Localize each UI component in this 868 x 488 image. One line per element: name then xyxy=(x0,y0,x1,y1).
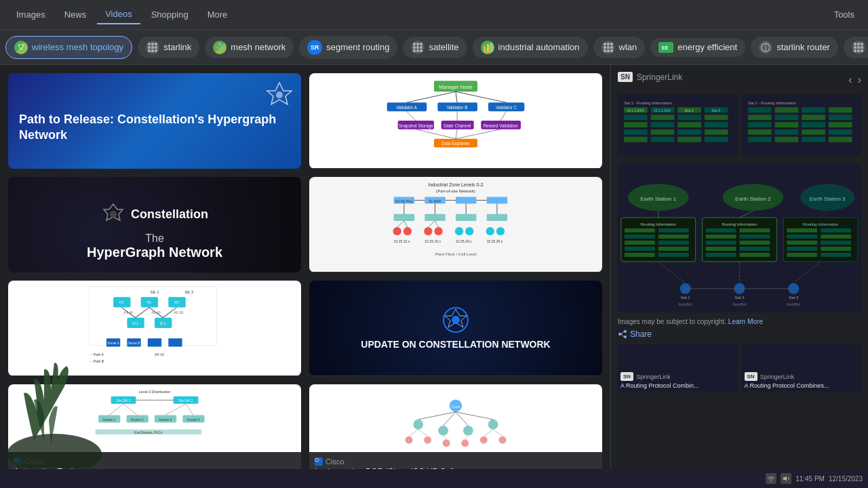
chip-wireless-mesh[interactable]: wireless mesh topology xyxy=(5,36,132,59)
chip-starlink[interactable]: starlink xyxy=(138,37,199,58)
svg-rect-213 xyxy=(658,228,689,232)
card-update-constellation[interactable]: UPDATE ON CONSTELLATION NETWORK ▶ YouTub… xyxy=(309,281,602,376)
svg-line-11 xyxy=(220,44,223,47)
learn-more-link[interactable]: Learn More xyxy=(728,318,763,325)
svg-point-74 xyxy=(496,227,505,235)
svg-text:Server B: Server B xyxy=(128,342,140,345)
svg-text:Sat 1 - Routing Information: Sat 1 - Routing Information xyxy=(624,101,672,105)
svg-rect-238 xyxy=(787,235,817,239)
svg-point-264 xyxy=(618,333,621,336)
svg-rect-226 xyxy=(706,235,736,239)
svg-text:Dist 2: Dist 2 xyxy=(685,109,694,113)
network-architecture-thumb: Manager Node Validator A Validator B Val… xyxy=(309,73,602,168)
svg-rect-108 xyxy=(148,338,161,346)
panel-nav-arrows: ‹ › xyxy=(848,74,861,86)
svg-rect-185 xyxy=(774,107,798,113)
springerlink-logo: SN xyxy=(618,72,633,82)
tab-news[interactable]: News xyxy=(56,5,95,24)
arrow-left[interactable]: ‹ xyxy=(848,74,852,86)
svg-point-67 xyxy=(393,227,401,235)
card-cisco-industrial[interactable]: Industrial Zone Levels 0-2 (Part-of-site… xyxy=(309,177,602,272)
svg-text:AS 40: AS 40 xyxy=(151,310,161,314)
bottom-thumb-2[interactable]: SN SpringerLink A Routing Protocol Combi… xyxy=(742,344,862,392)
svg-rect-13 xyxy=(487,44,489,52)
card-cisco-asr[interactable]: SE 1 SE 2 R1 R2 R3 SI 1 SI 2 xyxy=(8,281,301,376)
tab-videos[interactable]: Videos xyxy=(97,5,140,24)
svg-line-5 xyxy=(21,45,24,50)
chip-starlink-router-icon xyxy=(759,41,772,54)
svg-text:Sat 1 - Routing Information: Sat 1 - Routing Information xyxy=(747,101,795,105)
svg-rect-242 xyxy=(787,247,817,251)
arrow-right[interactable]: › xyxy=(858,74,861,86)
card-constellation-path[interactable]: Path to Release: Constellation's Hypergr… xyxy=(8,73,301,169)
svg-rect-169 xyxy=(677,115,701,120)
svg-rect-202 xyxy=(802,137,825,142)
tab-more[interactable]: More xyxy=(199,5,236,24)
svg-text:Server A: Server A xyxy=(107,342,119,345)
chip-mesh-network[interactable]: mesh network xyxy=(205,37,294,58)
svg-line-45 xyxy=(456,129,500,139)
svg-text:10.25.20.x: 10.25.20.x xyxy=(456,239,472,243)
svg-rect-194 xyxy=(802,122,825,127)
svg-rect-201 xyxy=(774,137,798,142)
svg-text:Dist 3: Dist 3 xyxy=(711,109,720,113)
bottom-thumb-1[interactable]: SN SpringerLink A Routing Protocol Combi… xyxy=(618,344,738,392)
chip-segment-routing[interactable]: SR segment routing xyxy=(299,36,397,59)
card-cisco-env2[interactable]: Level 3 Distribution Dist SW 1 Dist SW 2… xyxy=(8,384,301,480)
chip-industrial-icon xyxy=(481,41,494,54)
chip-starlink-router[interactable]: starlink router xyxy=(751,37,838,58)
svg-text:AS EE Plus: AS EE Plus xyxy=(395,199,414,203)
svg-text:Sat 1: Sat 1 xyxy=(681,296,691,300)
svg-point-146 xyxy=(480,436,488,444)
chip-industrial-automation[interactable]: industrial automation xyxy=(473,37,588,58)
svg-line-10 xyxy=(216,44,220,47)
tools-button[interactable]: Tools xyxy=(829,7,860,22)
svg-text:Access 3: Access 3 xyxy=(159,418,172,422)
svg-rect-221 xyxy=(658,253,689,257)
tab-shopping[interactable]: Shopping xyxy=(143,5,197,24)
chip-wan[interactable]: wan xyxy=(844,37,868,58)
svg-rect-168 xyxy=(651,115,675,120)
chip-mesh-network-icon xyxy=(213,41,226,54)
svg-point-20 xyxy=(276,92,283,98)
svg-text:Industrial Zone Levels 0-2: Industrial Zone Levels 0-2 xyxy=(428,182,484,188)
svg-rect-191 xyxy=(828,115,852,120)
svg-text:End Devices / PLCs: End Devices / PLCs xyxy=(134,431,163,434)
svg-rect-177 xyxy=(677,129,701,135)
svg-rect-237 xyxy=(821,228,851,232)
svg-rect-167 xyxy=(624,115,648,120)
svg-rect-175 xyxy=(624,129,648,135)
card-dag-hypergraph[interactable]: Core xyxy=(309,384,602,480)
svg-text:Dist SW 2: Dist SW 2 xyxy=(179,399,193,403)
card-network-architecture[interactable]: Manager Node Validator A Validator B Val… xyxy=(309,73,602,169)
chip-wlan[interactable]: wlan xyxy=(593,37,646,58)
svg-rect-174 xyxy=(705,122,728,127)
card-hypergraph-dark[interactable]: Constellation The HyperGraph Network M M… xyxy=(8,177,301,272)
svg-text:10.25.15.x: 10.25.15.x xyxy=(425,239,441,243)
svg-text:AS 40: AS 40 xyxy=(123,310,133,314)
windows-taskbar: 11:45 PM 12/15/2023 xyxy=(0,469,868,488)
svg-rect-181 xyxy=(677,137,701,142)
svg-text:AS 30: AS 30 xyxy=(174,310,183,314)
svg-marker-269 xyxy=(783,476,787,481)
svg-line-43 xyxy=(416,129,456,139)
svg-line-132 xyxy=(165,404,186,415)
svg-rect-197 xyxy=(774,129,798,135)
taskbar-date: 12/15/2023 xyxy=(829,475,863,483)
svg-line-157 xyxy=(493,430,502,436)
svg-rect-218 xyxy=(625,247,655,251)
svg-line-40 xyxy=(500,111,507,121)
chip-wlan-label: wlan xyxy=(619,42,637,52)
right-panel-source: SN SpringerLink xyxy=(618,72,682,82)
svg-text:10.25.25.x: 10.25.25.x xyxy=(487,239,503,243)
svg-rect-227 xyxy=(740,235,770,239)
chip-satellite[interactable]: satellite xyxy=(403,37,467,58)
chip-energy-efficient[interactable]: EE energy efficient xyxy=(650,38,745,57)
svg-line-130 xyxy=(109,404,123,415)
tab-images[interactable]: Images xyxy=(8,5,54,24)
right-bottom-thumbnails: SN SpringerLink A Routing Protocol Combi… xyxy=(618,344,861,392)
share-button[interactable]: Share xyxy=(618,329,861,339)
chip-sr-icon: SR xyxy=(307,40,322,55)
svg-text:SE 2: SE 2 xyxy=(184,289,194,294)
svg-point-69 xyxy=(424,227,432,235)
